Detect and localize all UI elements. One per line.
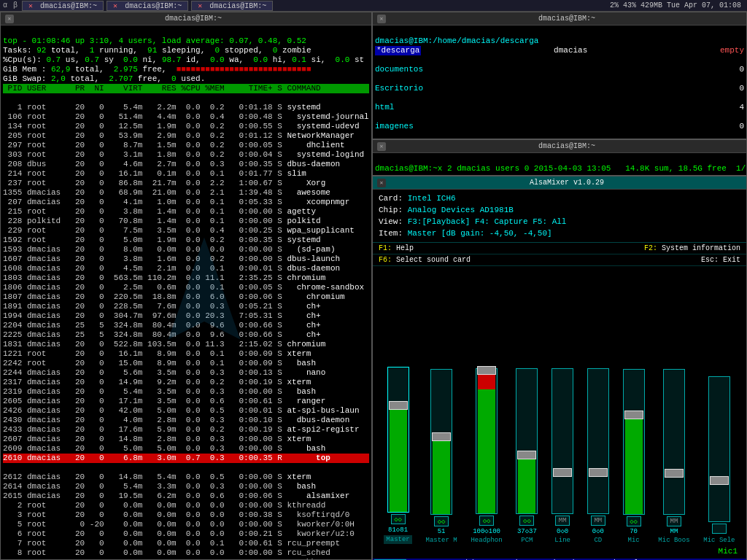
proc-2605: 2605 dmacias 20 0 17.1m 3.5m 0.0 0.6 0:0…	[3, 397, 325, 405]
proc-106: 106 root 20 0 51.4m 4.4m 0.0 0.4 0:00.48…	[3, 112, 369, 121]
top-terminal: ✕ dmacias@IBM:~ top - 01:08:46 up 3:10, …	[0, 12, 372, 560]
proc-229: 229 root 20 0 7.5m 3.5m 0.0 0.4 0:00.25 …	[3, 226, 355, 235]
alsa-info: Card: Intel ICH6 Chip: Analog Devices AD…	[373, 190, 746, 243]
close-icon-4[interactable]: ✕	[377, 179, 386, 187]
tasks-line: Tasks: 92 total, 1 running, 91 sleeping,…	[3, 46, 311, 55]
files-terminal-title: dmacias@IBM:~	[392, 15, 742, 23]
proc-214: 214 root 20 0 16.1m 0.1m 0.0 0.1 0:01.77…	[3, 169, 306, 178]
alsa-ch-micboost[interactable]: MM MM Mic Boos	[658, 369, 689, 544]
chat-terminal-title: dmacias@IBM:~	[392, 142, 742, 150]
cpu-line: %Cpu(s): 0.7 us, 0.7 sy 0.0 ni, 98.7 id,…	[3, 55, 371, 64]
taskbar-icon1: α	[0, 1, 10, 9]
alsa-ch-pcm[interactable]: ◇◇ 37◇37 PCM	[516, 368, 538, 544]
proc-k5: 5 root 0 -20 0.0m 0.0m 0.0 0.0 0:00.00 S…	[3, 520, 355, 529]
files-header: *descargadmaciasempty	[375, 46, 744, 55]
top-terminal-content[interactable]: top - 01:08:46 up 3:10, 4 users, load av…	[1, 26, 371, 559]
proc-2426: 2426 dmacias 20 0 42.0m 5.0m 0.0 0.5 0:0…	[3, 406, 360, 415]
proc-k2: 2 root 20 0 0.0m 0.0m 0.0 0.0 0:00.00 S …	[3, 501, 325, 510]
alsa-ch-masterm[interactable]: ◇◇ 51 Master M	[426, 369, 457, 544]
taskbar-status: 2% 43% 429MB Tue Apr 07, 01:08	[610, 1, 747, 9]
proc-1221: 1221 root 20 0 16.1m 8.9m 0.0 0.1 0:00.0…	[3, 349, 311, 358]
top-terminal-titlebar: ✕ dmacias@IBM:~	[1, 12, 371, 26]
alsa-mic1-label: Mic1	[373, 547, 746, 556]
chat-terminal-titlebar: ✕ dmacias@IBM:~	[373, 140, 746, 153]
proc-215: 215 root 20 0 3.8m 1.4m 0.0 0.1 0:00.00 …	[3, 207, 316, 216]
proc-303: 303 root 20 0 3.1m 1.8m 0.0 0.2 0:00.04 …	[3, 150, 364, 159]
proc-207: 207 dmacias 20 0 4.1m 1.0m 0.0 0.1 0:05.…	[3, 198, 349, 206]
proc-2610-highlight: 2610 dmacias 20 0 6.8m 3.0m 0.7 0.3 0:00…	[3, 454, 369, 463]
alsa-ch-micselect[interactable]: Mic Sele	[703, 376, 735, 544]
proc-1607: 1607 dmacias 20 0 3.8m 1.6m 0.0 0.2 0:00…	[3, 254, 340, 263]
files-dir-documentos: documentos0	[375, 65, 744, 74]
close-icon-2[interactable]: ✕	[377, 15, 386, 23]
files-dir-html: html4	[375, 103, 744, 112]
top-terminal-title: dmacias@IBM:~	[20, 15, 367, 23]
mem-line: GiB Mem : 62,9 total, 2.975 free, ■■■■■■…	[3, 65, 311, 74]
proc-2615: 2615 dmacias 20 0 19.5m 6.2m 0.0 0.6 0:0…	[3, 491, 349, 500]
taskbar-terminal3-icon: ✕	[198, 2, 202, 10]
proc-2317: 2317 dmacias 20 0 14.9m 9.2m 0.0 0.2 0:0…	[3, 378, 311, 386]
proc-1: 1 root 20 0 5.4m 2.2m 0.0 0.2 0:01.18 S …	[3, 103, 321, 112]
proc-k8: 8 root 20 0 0.0m 0.0m 0.0 0.0 0:00.00 S …	[3, 548, 330, 557]
close-icon[interactable]: ✕	[5, 15, 14, 23]
files-dir-escritorio: Escritorio0	[375, 84, 744, 93]
files-terminal-content[interactable]: dmacias@IBM:/home/dmacias/descarga *desc…	[373, 26, 746, 139]
proc-1806: 1806 dmacias 20 0 2.5m 0.6m 0.0 0.1 0:00…	[3, 283, 364, 292]
taskbar: α β ✕ dmacias@IBM:~ ✕ dmacias@IBM:~ ✕ dm…	[0, 0, 747, 12]
taskbar-terminal3[interactable]: ✕ dmacias@IBM:~	[191, 1, 273, 11]
system-line: top - 01:08:46 up 3:10, 4 users, load av…	[3, 36, 306, 45]
taskbar-terminal2[interactable]: ✕ dmacias@IBM:~	[107, 1, 188, 11]
proc-2225: 2225 dmacias 25 5 324.8m 80.4m 0.0 9.6 0…	[3, 330, 321, 339]
alsa-key-f6: F6: Select sound card	[379, 256, 471, 264]
proc-2242: 2242 root 20 0 15.0m 8.9m 0.0 0.1 0:00.0…	[3, 359, 316, 368]
alsa-terminal-titlebar: ✕ AlsaMixer v1.0.29	[373, 176, 746, 190]
taskbar-terminal2-icon: ✕	[113, 2, 117, 10]
proc-2244: 2244 dmacias 20 0 5.6m 3.5m 0.0 0.3 0:00…	[3, 368, 325, 377]
alsa-ch-line[interactable]: MM 0◇0 Line	[551, 368, 573, 544]
proc-k9: 9 root 20 0 0.0m 0.0m 0.0 0.0 0:00.00 S …	[3, 558, 316, 559]
proc-2204: 2204 dmacias 25 5 324.8m 80.4m 0.0 9.6 0…	[3, 321, 321, 330]
proc-2433: 2433 dmacias 20 0 17.6m 5.9m 0.0 0.2 0:0…	[3, 425, 360, 434]
proc-2614: 2614 dmacias 20 0 5.4m 3.3m 0.0 0.3 0:00…	[3, 482, 316, 491]
proc-2607: 2607 dmacias 20 0 14.8m 2.8m 0.0 0.3 0:0…	[3, 435, 311, 443]
proc-134: 134 root 20 0 12.5m 1.9m 0.0 0.2 0:00.55…	[3, 122, 360, 131]
proc-1608: 1608 dmacias 20 0 4.5m 2.1m 0.0 0.1 0:00…	[3, 264, 340, 273]
close-icon-3[interactable]: ✕	[377, 142, 386, 151]
alsa-ch-headphone[interactable]: ◇◇ 100◇100 Headphon	[471, 368, 502, 544]
alsa-ch-cd[interactable]: MM 0◇0 CD	[587, 368, 609, 544]
proc-2612: 2612 dmacias 20 0 14.8m 5.4m 0.0 0.5 0:0…	[3, 472, 311, 481]
proc-2319: 2319 dmacias 20 0 5.4m 3.5m 0.0 0.3 0:00…	[3, 387, 316, 396]
proc-228: 228 polkitd 20 0 70.8m 1.4m 0.0 0.1 0:00…	[3, 217, 321, 225]
files-terminal: ✕ dmacias@IBM:~ dmacias@IBM:/home/dmacia…	[372, 12, 747, 139]
files-path: dmacias@IBM:/home/dmacias/descarga	[375, 36, 538, 45]
proc-k7: 7 root 20 0 0.0m 0.0m 0.0 0.1 0:00.61 S …	[3, 539, 340, 548]
alsa-key-esc: Esc: Exit	[701, 256, 740, 264]
proc-208: 208 dbus 20 0 4.6m 2.7m 0.0 0.3 0:00.35 …	[3, 160, 340, 168]
proc-297: 297 root 20 0 8.7m 1.5m 0.0 0.2 0:00.05 …	[3, 141, 345, 149]
files-terminal-titlebar: ✕ dmacias@IBM:~	[373, 12, 746, 26]
proc-k6: 6 root 20 0 0.0m 0.0m 0.0 0.0 0:00.21 S …	[3, 529, 355, 538]
proc-1994: 1994 dmacias 20 0 304.7m 97.6m 0.0 20.3 …	[3, 311, 321, 320]
swap-line: GiB Swap: 2,0 total, 2.707 free, 0 used.	[3, 74, 210, 83]
chat-line: dmacias@IBM:~x 2 dmacias users 0 2015-04…	[375, 164, 746, 173]
alsa-key-f2: F2: System information	[644, 244, 740, 252]
col-headers: PID USER PR NI VIRT RES %CPU %MEM TIME+ …	[3, 84, 369, 93]
files-dir-imagenes: imagenes0	[375, 122, 744, 131]
alsa-terminal-title: AlsaMixer v1.0.29	[392, 179, 742, 187]
proc-237: 237 root 20 0 86.8m 21.7m 0.0 2.2 1:00.6…	[3, 179, 325, 187]
proc-1593: 1593 dmacias 20 0 8.0m 0.0m 0.0 0.0 0:00…	[3, 245, 335, 254]
taskbar-terminal1-label: dmacias@IBM:~	[40, 2, 97, 10]
alsa-key-f1: F1: Help	[379, 244, 414, 252]
alsa-terminal: ✕ AlsaMixer v1.0.29 Card: Intel ICH6 Chi…	[372, 176, 747, 560]
proc-1592: 1592 root 20 0 5.0m 1.9m 0.0 0.2 0:00.35…	[3, 236, 321, 244]
taskbar-icon2: β	[10, 1, 20, 9]
proc-1807: 1807 dmacias 20 0 220.5m 18.8m 0.0 6.0 0…	[3, 292, 345, 301]
proc-1891: 1891 dmacias 20 0 228.5m 7.6m 0.0 0.3 0:…	[3, 302, 321, 311]
taskbar-terminal1-icon: ✕	[28, 2, 33, 10]
alsa-ch-master[interactable]: ◇◇ 81◇81 Master	[384, 367, 411, 544]
alsa-ch-mic[interactable]: ◇◇ 70 Mic	[623, 369, 645, 544]
chat-terminal-content[interactable]: dmacias@IBM:~x 2 dmacias users 0 2015-04…	[373, 153, 746, 175]
proc-1803: 1803 dmacias 20 0 563.5m 110.2m 0.0 11.1…	[3, 273, 325, 282]
proc-205: 205 root 20 0 53.9m 2.9m 0.0 0.2 0:01.12…	[3, 131, 355, 140]
taskbar-terminal1[interactable]: ✕ dmacias@IBM:~	[22, 1, 104, 11]
